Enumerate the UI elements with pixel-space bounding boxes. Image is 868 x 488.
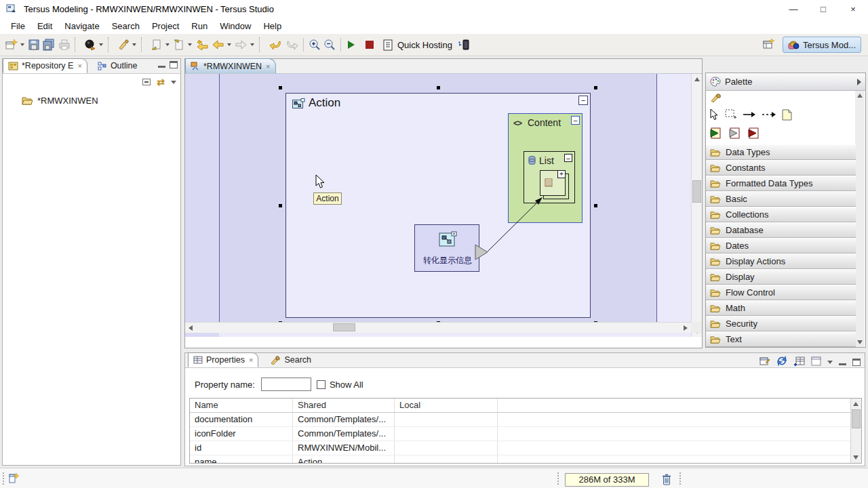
selection-handle[interactable] <box>279 204 282 207</box>
flow-arrow-tool[interactable] <box>743 110 756 121</box>
palette-category-constants[interactable]: Constants <box>706 160 856 176</box>
editor-horizontal-scrollbar[interactable] <box>185 322 691 333</box>
palette-category-formatted-data-types[interactable]: Formatted Data Types <box>706 176 856 191</box>
run-button[interactable] <box>344 37 358 53</box>
scroll-right-icon[interactable] <box>684 325 688 331</box>
forward-button[interactable] <box>233 37 249 53</box>
active-tool-brush-icon[interactable] <box>710 93 722 104</box>
close-tab-icon[interactable]: × <box>249 356 253 364</box>
deploy-icon[interactable] <box>456 37 471 53</box>
maximize-button[interactable]: □ <box>808 0 838 18</box>
scroll-down-icon[interactable] <box>853 455 859 460</box>
next-annotation-button[interactable] <box>149 37 164 53</box>
undo-button[interactable] <box>267 37 283 53</box>
stop-button[interactable] <box>363 37 376 53</box>
scroll-up-icon[interactable] <box>853 402 859 406</box>
prev-annotation-dropdown[interactable] <box>188 43 192 46</box>
fast-view-icon[interactable] <box>8 472 20 486</box>
sync-icon[interactable] <box>776 356 787 368</box>
minimize-view-icon[interactable] <box>839 359 846 365</box>
view-menu-icon[interactable] <box>827 361 833 364</box>
palette-category-display[interactable]: Display <box>706 269 856 285</box>
blank-window-icon[interactable] <box>811 357 821 368</box>
hscroll-thumb[interactable] <box>333 323 355 331</box>
column-name[interactable]: Name <box>190 399 293 412</box>
next-annotation-dropdown[interactable] <box>165 43 170 46</box>
palette-category-security[interactable]: Security <box>706 316 856 331</box>
print-button[interactable] <box>57 37 72 53</box>
palette-category-basic[interactable]: Basic <box>706 191 856 207</box>
table-row[interactable]: id RMWXINWEN/Mobil... <box>190 441 861 455</box>
garbage-collect-button[interactable] <box>659 472 674 487</box>
table-row[interactable]: iconFolder Common/Templates/... <box>190 427 861 441</box>
tree-item-rmwxinwen[interactable]: *RMWXINWEN <box>22 96 180 106</box>
palette-category-flow-control[interactable]: Flow Control <box>706 285 856 300</box>
selection-handle[interactable] <box>437 86 440 89</box>
tab-outline[interactable]: Outline <box>93 58 142 73</box>
palette-category-dates[interactable]: Dates <box>706 238 856 253</box>
menu-run[interactable]: Run <box>185 21 214 31</box>
marker-dropdown[interactable] <box>132 43 136 46</box>
marquee-tool[interactable] <box>725 109 737 122</box>
scroll-left-icon[interactable] <box>189 325 193 331</box>
open-perspective-icon[interactable] <box>763 38 776 52</box>
run-model-dropdown[interactable] <box>99 43 103 46</box>
close-button[interactable]: × <box>838 0 868 18</box>
selection-handle[interactable] <box>594 204 597 207</box>
property-name-input[interactable] <box>261 378 311 391</box>
menu-edit[interactable]: Edit <box>31 21 58 31</box>
start-trigger-tool[interactable] <box>710 127 724 142</box>
close-tab-icon[interactable]: × <box>77 62 81 70</box>
collapse-content-icon[interactable]: − <box>571 116 580 125</box>
run-model-button[interactable] <box>83 37 98 53</box>
view-menu-icon[interactable] <box>171 81 176 84</box>
pin-editor-icon[interactable] <box>760 356 770 368</box>
palette-category-database[interactable]: Database <box>706 222 856 238</box>
menu-window[interactable]: Window <box>214 21 257 31</box>
action-process-box[interactable]: Action − <> Content − List − <box>285 93 591 318</box>
prev-annotation-button[interactable] <box>172 37 186 53</box>
minimize-button[interactable]: — <box>778 0 808 18</box>
transform-action-box[interactable]: 转化显示信息 <box>414 224 479 272</box>
back-button[interactable] <box>210 37 226 53</box>
scroll-up-icon[interactable] <box>694 77 700 81</box>
palette-category-collections[interactable]: Collections <box>706 207 856 222</box>
palette-category-display-actions[interactable]: Display Actions <box>706 253 856 269</box>
palette-scroll-down-icon[interactable] <box>857 340 863 344</box>
collapse-list-icon[interactable]: − <box>564 154 572 162</box>
palette-category-math[interactable]: Math <box>706 300 856 316</box>
collapse-action-icon[interactable]: − <box>578 96 588 105</box>
tab-properties[interactable]: Properties × <box>188 352 258 367</box>
table-scrollbar[interactable] <box>850 399 861 463</box>
marker-tool-button[interactable] <box>116 37 131 53</box>
back-dropdown[interactable] <box>227 43 231 46</box>
column-local[interactable]: Local <box>395 399 498 412</box>
palette-pin-icon[interactable] <box>857 79 861 85</box>
menu-project[interactable]: Project <box>146 21 185 31</box>
close-editor-icon[interactable]: × <box>266 62 270 70</box>
perspective-tersus-modeling[interactable]: Tersus Mod... <box>783 37 861 53</box>
show-all-checkbox[interactable] <box>317 380 326 389</box>
redo-button[interactable] <box>283 37 300 53</box>
hosting-list-icon[interactable] <box>381 37 395 53</box>
dashed-arrow-tool[interactable] <box>762 110 776 121</box>
list-box[interactable]: List − Lis + <box>524 151 575 203</box>
maximize-view-icon[interactable] <box>170 61 178 68</box>
palette-scrollbar[interactable] <box>855 91 865 347</box>
diagram-canvas[interactable]: Action − <> Content − List − <box>185 74 691 337</box>
palette-header[interactable]: Palette <box>706 73 865 91</box>
column-shared[interactable]: Shared <box>293 399 395 412</box>
note-tool[interactable] <box>782 109 792 123</box>
save-all-button[interactable] <box>41 37 57 53</box>
content-display-box[interactable]: <> Content − List − Lis <box>508 113 583 223</box>
quick-hosting-label[interactable]: Quick Hosting <box>397 40 452 50</box>
new-property-table-icon[interactable] <box>793 356 805 368</box>
vscroll-thumb[interactable] <box>692 180 701 203</box>
last-edit-location-button[interactable] <box>194 37 210 53</box>
selection-handle[interactable] <box>594 86 597 89</box>
forward-dropdown[interactable] <box>250 43 254 46</box>
tab-search[interactable]: Search <box>265 352 316 367</box>
collapse-all-icon[interactable] <box>142 79 151 85</box>
minimize-view-icon[interactable] <box>158 61 165 68</box>
menu-navigate[interactable]: Navigate <box>58 21 105 31</box>
